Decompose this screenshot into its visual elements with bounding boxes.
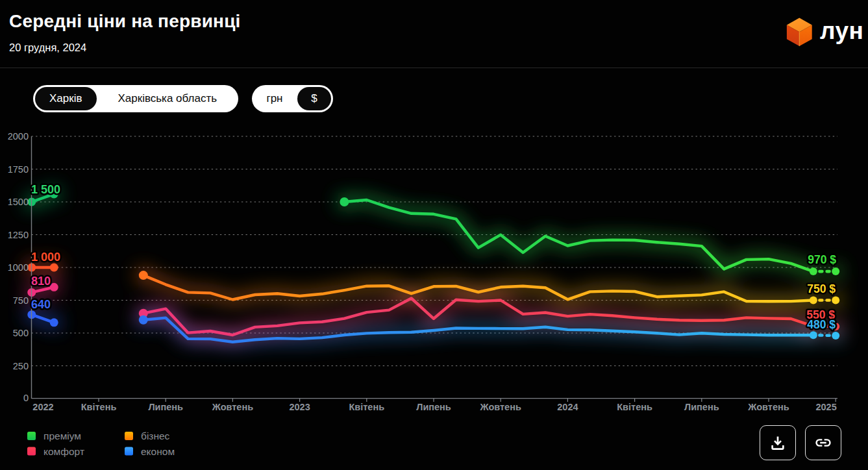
svg-text:1750: 1750 (8, 164, 29, 175)
svg-text:810: 810 (31, 275, 51, 288)
svg-text:Квітень: Квітень (349, 402, 384, 412)
svg-text:2000: 2000 (8, 131, 29, 142)
svg-text:750 $: 750 $ (807, 282, 836, 295)
svg-text:Липень: Липень (148, 402, 183, 412)
svg-text:Квітень: Квітень (81, 402, 117, 412)
svg-text:970 $: 970 $ (808, 253, 836, 266)
svg-text:бізнес: бізнес (141, 431, 170, 441)
svg-text:1 000: 1 000 (31, 251, 60, 264)
svg-text:250: 250 (13, 361, 29, 371)
svg-text:2025: 2025 (815, 402, 836, 412)
svg-text:Квітень: Квітень (617, 402, 652, 412)
svg-text:500: 500 (13, 328, 29, 338)
svg-text:комфорт: комфорт (43, 446, 84, 457)
svg-text:2023: 2023 (289, 402, 310, 412)
svg-text:480 $: 480 $ (807, 318, 836, 331)
svg-text:1000: 1000 (8, 262, 29, 273)
svg-text:750: 750 (13, 295, 29, 306)
svg-text:Липень: Липень (416, 402, 451, 412)
svg-text:1500: 1500 (8, 197, 29, 207)
svg-text:економ: економ (141, 446, 175, 457)
svg-text:преміум: преміум (43, 431, 81, 441)
svg-text:Жовтень: Жовтень (480, 402, 521, 412)
svg-text:Жовтень: Жовтень (747, 402, 789, 412)
svg-text:Жовтень: Жовтень (212, 402, 253, 412)
svg-text:1 500: 1 500 (31, 183, 60, 196)
svg-text:640: 640 (31, 298, 51, 311)
svg-text:2022: 2022 (32, 402, 53, 412)
svg-text:2024: 2024 (557, 402, 578, 412)
svg-text:1250: 1250 (8, 230, 29, 240)
svg-text:0: 0 (23, 393, 29, 403)
svg-text:Липень: Липень (684, 402, 719, 412)
